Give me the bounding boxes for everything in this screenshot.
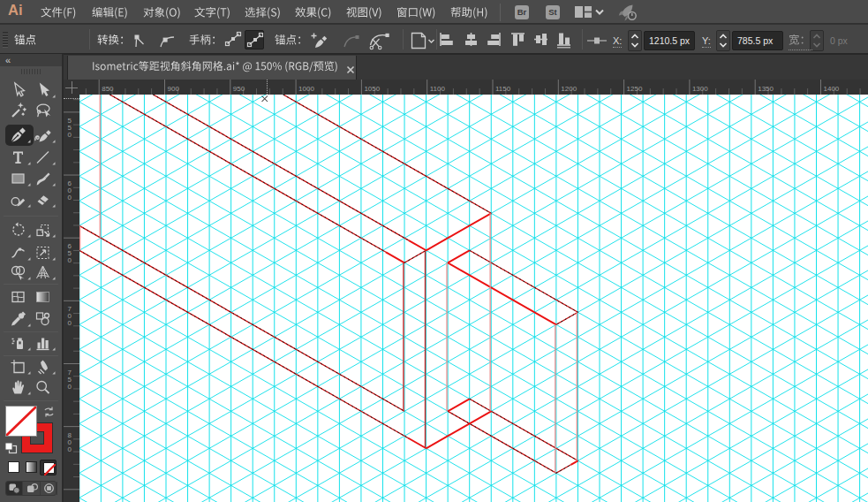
default-fill-stroke-icon[interactable] (4, 442, 18, 454)
rectangle-tool[interactable] (7, 170, 32, 187)
chevron-down-icon[interactable] (594, 9, 605, 16)
gradient-tool[interactable] (32, 288, 57, 306)
divider (89, 29, 90, 49)
paintbrush-tool[interactable] (32, 170, 57, 187)
align-bottom-button[interactable] (557, 33, 570, 49)
perspective-grid-tool[interactable] (32, 263, 57, 281)
artboard-tool[interactable] (7, 358, 32, 376)
slice-tool[interactable] (32, 358, 57, 376)
scale-tool[interactable] (32, 221, 57, 239)
bridge-badge[interactable]: Br (515, 5, 529, 19)
direct-selection-tool[interactable] (32, 81, 57, 99)
y-stepper[interactable] (716, 30, 730, 51)
app-logo: Ai (8, 2, 23, 19)
x-label[interactable]: X: (613, 35, 622, 48)
horizontal-ruler[interactable]: 8509009501000105011001150120012501300135… (79, 80, 868, 95)
hide-handles-button[interactable] (245, 30, 264, 49)
pen-tool[interactable] (7, 126, 32, 144)
pen-tool-cursor (260, 91, 269, 100)
align-top-button[interactable] (511, 33, 525, 49)
eraser-tool[interactable] (32, 191, 57, 209)
svg-text:0: 0 (68, 383, 72, 391)
show-handles-button[interactable] (223, 30, 243, 49)
free-transform-tool[interactable] (32, 244, 57, 262)
align-vcenter-button[interactable] (534, 33, 547, 49)
swap-fill-stroke-icon[interactable] (42, 406, 56, 418)
eyedropper-tool[interactable] (7, 310, 32, 328)
none-button[interactable] (40, 460, 57, 475)
tool-group-divider (4, 284, 58, 285)
svg-text:1350: 1350 (758, 85, 774, 93)
align-left-button[interactable] (440, 33, 453, 49)
draw-normal-button[interactable] (6, 482, 23, 495)
isolate-selected-object-icon[interactable] (409, 30, 435, 51)
convert-point-icon-disabled[interactable] (342, 33, 361, 52)
column-graph-tool[interactable] (32, 334, 57, 352)
magic-wand-tool[interactable] (7, 102, 32, 119)
symbol-sprayer-tool[interactable] (7, 334, 32, 352)
shape-builder-tool[interactable] (7, 263, 32, 281)
y-label[interactable]: Y: (702, 35, 711, 48)
svg-text:1250: 1250 (627, 85, 643, 93)
selection-tool[interactable] (7, 81, 32, 99)
hand-tool[interactable] (7, 378, 32, 396)
svg-text:950: 950 (233, 85, 245, 93)
align-hcenter-button[interactable] (464, 33, 478, 49)
shaper-tool[interactable] (7, 191, 32, 209)
menu-item-7[interactable]: 窗口(W) (396, 5, 437, 23)
gradient-button[interactable] (23, 460, 40, 475)
tool-group-divider (4, 400, 58, 401)
menu-divider (500, 4, 501, 21)
align-right-button[interactable] (487, 33, 501, 49)
artboard-canvas[interactable] (79, 95, 868, 502)
menu-item-3[interactable]: 文字(T) (194, 5, 232, 23)
tool-panel-grip[interactable] (21, 69, 42, 74)
svg-text:1300: 1300 (692, 85, 708, 93)
curvature-tool[interactable] (32, 126, 57, 144)
menu-item-5[interactable]: 效果(C) (295, 5, 333, 23)
menu-item-6[interactable]: 视图(V) (346, 5, 384, 23)
color-button[interactable] (5, 460, 22, 475)
fill-color-swatch[interactable] (5, 406, 37, 437)
controlbar-context-label: 锚点 (14, 33, 38, 50)
gpu-performance-rocket-icon[interactable] (617, 4, 638, 21)
controlbar-grip[interactable] (3, 32, 8, 48)
draw-behind-button[interactable] (24, 482, 41, 495)
tool-group-divider (4, 331, 58, 332)
stock-badge[interactable]: St (546, 5, 560, 19)
menu-item-0[interactable]: 文件(F) (41, 5, 78, 23)
x-value-field[interactable]: 1210.5 px (644, 31, 695, 50)
blend-tool[interactable] (32, 310, 57, 328)
mesh-tool[interactable] (7, 288, 32, 306)
width-tool[interactable] (7, 244, 32, 262)
draw-inside-button[interactable] (41, 482, 57, 495)
lasso-tool[interactable] (32, 102, 57, 119)
divider (403, 29, 404, 49)
menu-item-8[interactable]: 帮助(H) (450, 5, 490, 23)
vertical-ruler[interactable]: 550600650700750800 (64, 95, 79, 502)
workspace-switcher-icon[interactable] (574, 5, 593, 19)
tab-title[interactable]: Isometric等距视角斜角网格.ai* @ 150% (RGB/预览) (92, 59, 340, 77)
menu-item-2[interactable]: 对象(O) (143, 5, 183, 23)
rotate-tool[interactable] (7, 221, 32, 239)
drawing-modes-bar (5, 481, 57, 496)
x-stepper[interactable] (628, 30, 642, 51)
convert-label: 转换： (97, 33, 132, 50)
convert-corner-icon[interactable] (132, 33, 149, 50)
tool-group-divider (4, 355, 58, 356)
tool-panel-header: « (0, 54, 62, 66)
menu-item-4[interactable]: 选择(S) (245, 5, 283, 23)
type-tool[interactable] (7, 148, 32, 166)
collapse-panel-button[interactable]: « (5, 55, 10, 65)
tab-close-icon[interactable] (345, 63, 356, 73)
line-segment-tool[interactable] (32, 148, 57, 166)
menu-item-1[interactable]: 编辑(E) (92, 5, 130, 23)
tool-panel: « (0, 54, 64, 502)
zoom-tool[interactable] (32, 378, 57, 396)
ruler-origin-corner[interactable] (64, 80, 79, 95)
convert-smooth-icon[interactable] (159, 33, 177, 50)
cut-path-icon[interactable] (368, 30, 391, 51)
add-anchor-icon[interactable] (310, 31, 329, 50)
y-value-field[interactable]: 785.5 px (732, 31, 783, 50)
svg-text:1400: 1400 (824, 85, 840, 93)
